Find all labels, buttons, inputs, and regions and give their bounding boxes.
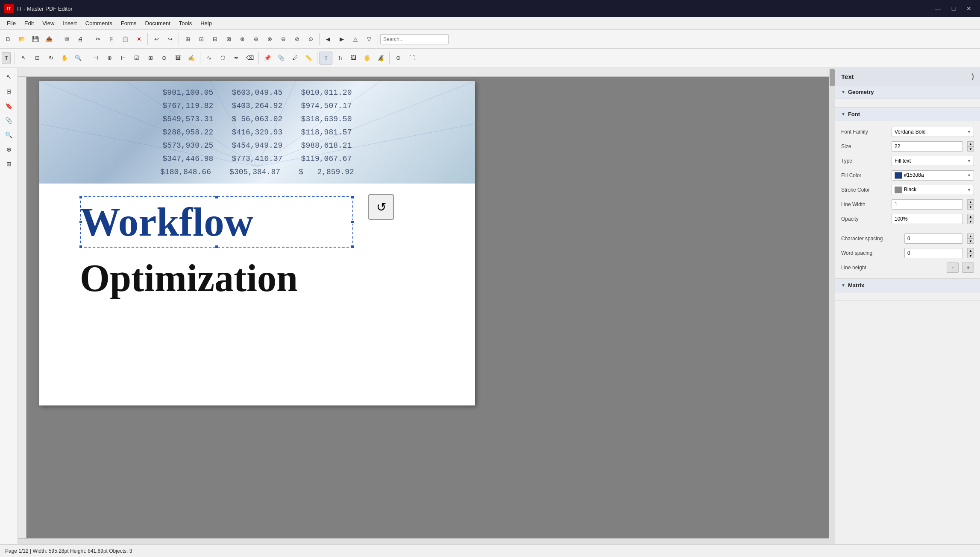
search-input[interactable]: [380, 34, 449, 44]
menu-forms[interactable]: Forms: [117, 18, 141, 28]
type-dropdown[interactable]: Fill text ▼: [892, 156, 974, 166]
lt-pages[interactable]: ⊟: [2, 85, 16, 98]
lt-bookmark[interactable]: 🔖: [2, 99, 16, 113]
sign-tool[interactable]: ✍: [185, 52, 198, 64]
menu-view[interactable]: View: [38, 18, 59, 28]
stroke-color-dropdown[interactable]: Black ▼: [892, 185, 974, 195]
pen-tool[interactable]: ✒: [230, 52, 243, 64]
tb-btn7[interactable]: ⊗: [263, 33, 276, 46]
btn-tool[interactable]: ⊙: [158, 52, 170, 64]
paste-button[interactable]: 📋: [119, 33, 132, 46]
open-button[interactable]: 📂: [15, 33, 28, 46]
pan-tool[interactable]: ✋: [58, 52, 71, 64]
save-as-button[interactable]: 📤: [43, 33, 56, 46]
workflow-text[interactable]: Workflow: [80, 198, 253, 245]
print-button[interactable]: 🖨: [74, 33, 87, 46]
handle-bottom-right[interactable]: [351, 245, 354, 248]
scrollbar-horizontal[interactable]: [18, 538, 829, 544]
menu-comments[interactable]: Comments: [81, 18, 117, 28]
size-spinner[interactable]: ▲ ▼: [967, 141, 974, 152]
handle-middle-right[interactable]: [351, 220, 354, 224]
menu-file[interactable]: File: [3, 18, 20, 28]
new-button[interactable]: 🗋: [2, 33, 15, 46]
menu-edit[interactable]: Edit: [20, 18, 38, 28]
select-tool[interactable]: ↖: [17, 52, 30, 64]
tb-btn4[interactable]: ⊠: [222, 33, 235, 46]
copy-button[interactable]: ⎘: [105, 33, 118, 46]
lt-search[interactable]: 🔍: [2, 128, 16, 142]
cut-button[interactable]: ✂: [91, 33, 104, 46]
maximize-button[interactable]: □: [947, 3, 960, 14]
image-tool[interactable]: 🖼: [171, 52, 184, 64]
annot2-tool[interactable]: 📎: [275, 52, 288, 64]
character-spacing-spinner[interactable]: ▲ ▼: [967, 233, 974, 244]
line-height-minus-button[interactable]: -: [947, 262, 959, 273]
ruler-tool[interactable]: 📏: [302, 52, 315, 64]
tb-btn8[interactable]: ⊖: [277, 33, 290, 46]
stamp-tool[interactable]: 🔏: [374, 52, 387, 64]
redo-button[interactable]: ↪: [164, 33, 176, 46]
crop-tool[interactable]: ⊡: [31, 52, 44, 64]
align-center-tool[interactable]: ⊕: [103, 52, 116, 64]
lt-layers[interactable]: ⊕: [2, 143, 16, 156]
next-page2-button[interactable]: ▽: [363, 33, 376, 46]
rotate-tool[interactable]: ↻: [44, 52, 57, 64]
email-button[interactable]: ✉: [60, 33, 73, 46]
path-tool[interactable]: ⬡: [216, 52, 229, 64]
scroll-thumb-v[interactable]: [830, 69, 835, 86]
lt-form[interactable]: ⊞: [2, 157, 16, 171]
tb-btn2[interactable]: ⊡: [195, 33, 208, 46]
opacity-spinner[interactable]: ▲ ▼: [967, 214, 974, 224]
curve-tool[interactable]: ∿: [202, 52, 215, 64]
menu-tools[interactable]: Tools: [175, 18, 196, 28]
menu-document[interactable]: Document: [141, 18, 175, 28]
save-button[interactable]: 💾: [29, 33, 42, 46]
canvas-area[interactable]: $901,100.05 $603,049.45 $010,011.20 $767…: [18, 68, 835, 544]
char-spacing-down-button[interactable]: ▼: [967, 239, 974, 244]
full-screen-tool[interactable]: ⛶: [405, 52, 418, 64]
char-spacing-up-button[interactable]: ▲: [967, 233, 974, 239]
align-right-tool[interactable]: ⊢: [117, 52, 129, 64]
scrollbar-vertical[interactable]: [829, 68, 835, 544]
hand2-tool[interactable]: 🖐: [361, 52, 373, 64]
word-spacing-spinner[interactable]: ▲ ▼: [967, 248, 974, 258]
size-up-button[interactable]: ▲: [967, 141, 974, 146]
tb-btn9[interactable]: ⊘: [290, 33, 303, 46]
word-spacing-down-button[interactable]: ▼: [967, 253, 974, 258]
lt-annot[interactable]: 📎: [2, 114, 16, 127]
lt-select[interactable]: ↖: [2, 70, 16, 84]
prev-page2-button[interactable]: △: [349, 33, 362, 46]
menu-insert[interactable]: Insert: [59, 18, 81, 28]
minimize-button[interactable]: —: [931, 3, 945, 14]
handle-bottom-center[interactable]: [215, 245, 218, 248]
undo-button[interactable]: ↩: [150, 33, 163, 46]
zoom-in-tool[interactable]: 🔍: [72, 52, 85, 64]
next-page-button[interactable]: ▶: [335, 33, 348, 46]
geometry-section-header[interactable]: ▼ Geometry: [835, 85, 980, 99]
menu-help[interactable]: Help: [196, 18, 216, 28]
annot1-tool[interactable]: 📌: [261, 52, 274, 64]
fill-color-dropdown[interactable]: #153d8a ▼: [892, 170, 974, 181]
line-height-plus-button[interactable]: +: [962, 262, 974, 273]
line-width-spinner[interactable]: ▲ ▼: [967, 199, 974, 210]
tb-btn6[interactable]: ⊕: [249, 33, 262, 46]
img2-tool[interactable]: 🖼: [347, 52, 360, 64]
rotate-handle[interactable]: ↺: [368, 194, 394, 220]
tb-btn1[interactable]: ⊞: [181, 33, 194, 46]
size-down-button[interactable]: ▼: [967, 146, 974, 152]
close-button[interactable]: ✕: [962, 3, 976, 14]
erase-tool[interactable]: ⌫: [244, 52, 256, 64]
tb-btn10[interactable]: ⊙: [304, 33, 317, 46]
prev-page-button[interactable]: ◀: [322, 33, 334, 46]
panel-pin-button[interactable]: ⟩: [971, 73, 974, 81]
field-tool[interactable]: ⊞: [144, 52, 157, 64]
zoom-custom-tool[interactable]: ⊙: [392, 52, 405, 64]
check-tool[interactable]: ☑: [130, 52, 143, 64]
delete-button[interactable]: ✕: [132, 33, 145, 46]
matrix-section-header[interactable]: ▼ Matrix: [835, 279, 980, 292]
line-width-up-button[interactable]: ▲: [967, 199, 974, 204]
tb-btn3[interactable]: ⊟: [208, 33, 221, 46]
opacity-down-button[interactable]: ▼: [967, 219, 974, 224]
optimization-text[interactable]: Optimization: [80, 256, 298, 300]
font-section-header[interactable]: ▼ Font: [835, 108, 980, 121]
